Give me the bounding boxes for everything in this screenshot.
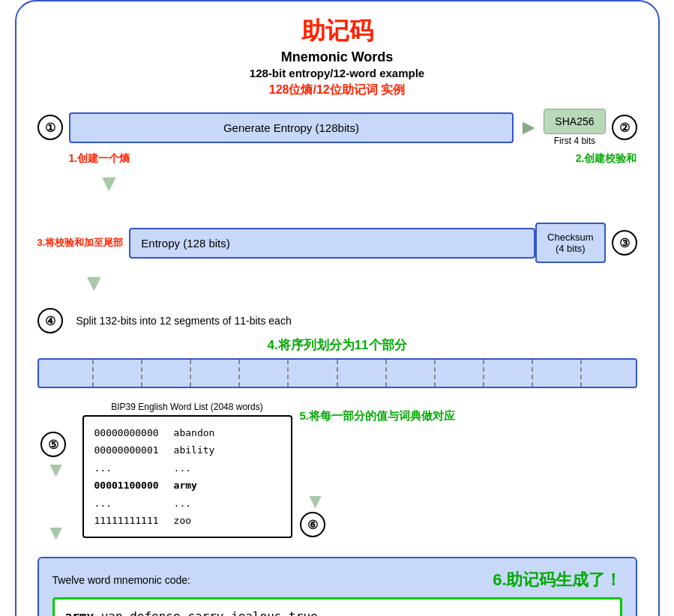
step5-right: 5.将每一部分的值与词典做对应 ▼ ⑥ bbox=[300, 402, 637, 537]
sha-box: SHA256 bbox=[544, 109, 605, 134]
bip39-container: BIP39 English Word List (2048 words) 000… bbox=[82, 402, 292, 538]
bits-bar bbox=[37, 358, 637, 388]
step1-label: 1.创建一个熵 bbox=[69, 152, 130, 166]
bip39-label: BIP39 English Word List (2048 words) bbox=[82, 402, 292, 412]
left-arrow-col: ⑤ ▼ ▼ bbox=[37, 402, 75, 545]
arrow-right-1: ► bbox=[514, 115, 544, 139]
entropy128-box: Entropy (128 bits) bbox=[129, 228, 535, 259]
step6-cn: 6.助记码生成了！ bbox=[493, 569, 622, 591]
mnemonic-rest: van defense carry jealous true garbage c… bbox=[65, 609, 332, 616]
sha-col: SHA256 First 4 bits bbox=[544, 109, 605, 146]
bit-seg-2 bbox=[94, 360, 142, 387]
step4-section: ④ Split 132-bits into 12 segments of 11-… bbox=[37, 308, 637, 388]
bit-seg-5 bbox=[240, 360, 289, 387]
circle-3: ③ bbox=[612, 230, 637, 256]
arrow-down-1: ▼ bbox=[37, 172, 637, 194]
bip39-box: 00000000000 00000000001 ... 00001100000 … bbox=[82, 415, 292, 538]
step5-section: ⑤ ▼ ▼ BIP39 English Word List (2048 word… bbox=[37, 402, 637, 545]
bip39-word-5: ... bbox=[174, 495, 215, 512]
bip39-row-1: 00000000000 bbox=[94, 424, 159, 441]
bip39-col-binary: 00000000000 00000000001 ... 00001100000 … bbox=[94, 424, 159, 529]
circle-6: ⑥ bbox=[300, 512, 325, 537]
arrow-to-6: ▼ bbox=[305, 491, 326, 512]
mnemonic-text: army van defense carry jealous true garb… bbox=[65, 607, 610, 616]
arrow-down-2: ▼ bbox=[37, 271, 637, 295]
bit-seg-8 bbox=[387, 360, 436, 387]
circle-4: ④ bbox=[37, 308, 63, 333]
twelve-word-label: Twelve word mnemonic code: bbox=[52, 574, 190, 586]
bit-seg-7 bbox=[338, 360, 387, 387]
subtitle-cn: 128位熵/12位助记词 实例 bbox=[37, 82, 637, 98]
title-en: Mnemonic Words bbox=[37, 49, 637, 65]
circle6-col: ▼ ⑥ bbox=[300, 491, 331, 537]
step1-container: ① Generate Entropy (128bits) ► SHA256 Fi… bbox=[37, 109, 637, 146]
bits-dividers bbox=[45, 360, 630, 387]
bit-seg-3 bbox=[142, 360, 191, 387]
bip39-word-3: ... bbox=[174, 459, 215, 477]
title-cn: 助记码 bbox=[37, 15, 637, 48]
entropy-box: Generate Entropy (128bits) bbox=[69, 112, 514, 143]
step6-section: Twelve word mnemonic code: 6.助记码生成了！ arm… bbox=[37, 557, 637, 616]
main-container: 助记码 Mnemonic Words 128-bit entropy/12-wo… bbox=[15, 0, 660, 616]
bip39-word-2: ability bbox=[174, 441, 215, 459]
bip39-col-words: abandon ability ... army ... zoo bbox=[174, 424, 215, 529]
mnemonic-bold-word: army bbox=[65, 609, 94, 616]
bip39-word-4: army bbox=[174, 477, 215, 494]
step6-label-row: Twelve word mnemonic code: 6.助记码生成了！ bbox=[52, 569, 622, 591]
down-arrow-left: ▼ bbox=[46, 457, 67, 483]
bip39-word-6: zoo bbox=[174, 512, 215, 529]
bit-seg-10 bbox=[484, 360, 533, 387]
step2-label: 2.创建校验和 bbox=[576, 152, 637, 166]
bit-seg-11 bbox=[533, 360, 582, 387]
mnemonic-inner: army van defense carry jealous true garb… bbox=[52, 597, 622, 616]
subtitle-en: 128-bit entropy/12-word example bbox=[37, 67, 637, 79]
step3-label: 3.将校验和加至尾部 bbox=[37, 236, 124, 250]
circle-1: ① bbox=[37, 115, 63, 140]
step5-label-cn: 5.将每一部分的值与词典做对应 bbox=[300, 409, 456, 423]
down-arrow-left2: ▼ bbox=[46, 520, 67, 546]
circle-2: ② bbox=[612, 115, 637, 140]
bit-seg-12 bbox=[582, 360, 629, 387]
bip39-row-4: 00001100000 bbox=[94, 477, 159, 494]
bip39-row-3: ... bbox=[94, 459, 159, 477]
checksum-box: Checksum(4 bits) bbox=[535, 223, 605, 263]
step4-row: ④ Split 132-bits into 12 segments of 11-… bbox=[37, 308, 637, 333]
bit-seg-1 bbox=[45, 360, 94, 387]
bip39-word-1: abandon bbox=[174, 424, 215, 441]
step4-cn: 4.将序列划分为11个部分 bbox=[37, 336, 637, 354]
bip39-row-6: 11111111111 bbox=[94, 512, 159, 529]
step3-section: 3.将校验和加至尾部 Entropy (128 bits) Checksum(4… bbox=[37, 223, 637, 263]
bit-seg-6 bbox=[289, 360, 337, 387]
bit-seg-9 bbox=[436, 360, 484, 387]
bip39-row-2: 00000000001 bbox=[94, 441, 159, 459]
step4-text: Split 132-bits into 12 segments of 11-bi… bbox=[76, 315, 292, 327]
first4-label: First 4 bits bbox=[554, 136, 595, 146]
bit-seg-4 bbox=[191, 360, 240, 387]
circle-5: ⑤ bbox=[40, 432, 66, 457]
bip39-row-5: ... bbox=[94, 495, 159, 512]
